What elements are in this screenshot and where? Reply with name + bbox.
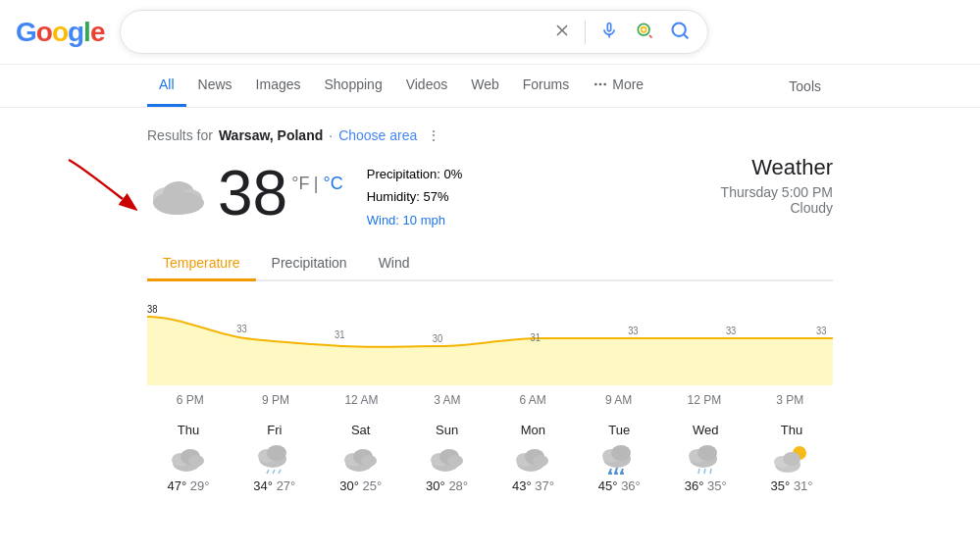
svg-point-27 (267, 445, 286, 461)
time-label-5: 9 AM (576, 393, 661, 407)
time-label-2: 12 AM (319, 393, 404, 407)
wind-link[interactable]: Wind: 10 mph (367, 213, 445, 227)
time-label-7: 3 PM (748, 393, 833, 407)
svg-text:31: 31 (530, 331, 541, 343)
time-label-1: 9 PM (232, 393, 318, 407)
time-label-3: 3 AM (404, 393, 490, 407)
time-label-6: 12 PM (661, 393, 747, 407)
tab-news[interactable]: News (186, 65, 244, 107)
forecast-day-3[interactable]: Sun 30° 28° (406, 423, 489, 493)
temperature-chart: 38 33 31 30 31 33 33 33 (147, 297, 833, 385)
svg-point-24 (188, 455, 204, 467)
nav-tabs: All News Images Shopping Videos Web Foru… (0, 65, 980, 108)
google-search-button[interactable] (668, 19, 692, 45)
svg-point-2 (673, 24, 686, 36)
svg-line-55 (698, 469, 699, 474)
search-bar: weather warsaw (120, 10, 708, 54)
temperature-display: 38 °F | °C (218, 162, 343, 225)
svg-point-1 (642, 27, 646, 32)
forecast-icon-6 (686, 441, 725, 475)
svg-line-57 (710, 469, 711, 474)
tab-all[interactable]: All (147, 65, 186, 107)
weather-date: Thursday 5:00 PM (721, 184, 833, 200)
svg-point-6 (604, 83, 607, 86)
svg-line-29 (273, 470, 275, 474)
svg-text:33: 33 (236, 323, 247, 334)
svg-text:30: 30 (433, 332, 443, 344)
svg-text:33: 33 (816, 325, 827, 336)
svg-text:33: 33 (726, 325, 737, 336)
forecast-day-2[interactable]: Sat 30° 25° (320, 423, 402, 493)
weather-condition: Cloudy (721, 200, 833, 216)
precipitation-label: Precipitation: 0% (367, 163, 463, 185)
tab-images[interactable]: Images (244, 65, 313, 107)
svg-point-42 (533, 455, 548, 467)
svg-point-12 (153, 191, 204, 215)
time-label-4: 6 AM (490, 393, 576, 407)
weather-card: 38 °F | °C Precipitation: 0% Humidity: 5… (147, 155, 833, 493)
weather-icon (147, 166, 210, 221)
clear-search-button[interactable] (551, 20, 573, 44)
weather-tab-wind[interactable]: Wind (363, 247, 426, 281)
time-labels: 6 PM 9 PM 12 AM 3 AM 6 AM 9 AM 12 PM 3 P… (147, 393, 833, 407)
svg-text:38: 38 (147, 303, 158, 315)
forecast-icon-7 (772, 441, 811, 475)
forecast-day-7[interactable]: Thu 35° 31° (750, 423, 833, 493)
voice-search-button[interactable] (597, 19, 621, 45)
svg-line-28 (267, 470, 269, 474)
forecast-day-0[interactable]: Thu 47° 29° (147, 423, 230, 493)
tab-videos[interactable]: Videos (394, 65, 460, 107)
annotation-arrow (59, 155, 137, 218)
tab-forums[interactable]: Forums (511, 65, 581, 107)
forecast-day-6[interactable]: Wed 36° 35° (664, 423, 747, 493)
tab-web[interactable]: Web (459, 65, 511, 107)
wind-label: Wind: 10 mph (367, 209, 463, 231)
forecast-icon-0 (169, 441, 208, 475)
svg-point-0 (639, 24, 650, 35)
google-logo: Google (16, 17, 104, 48)
temperature-value: 38 (218, 162, 287, 225)
svg-line-56 (704, 469, 705, 474)
forecast-day-5[interactable]: Tue 45° 36° (578, 423, 660, 493)
svg-line-3 (685, 34, 689, 38)
svg-line-30 (279, 470, 281, 474)
search-input[interactable]: weather warsaw (136, 24, 551, 41)
choose-area-link[interactable]: Choose area (338, 127, 417, 143)
weather-title: Weather (721, 155, 833, 180)
forecast-icon-3 (428, 441, 467, 475)
tools-button[interactable]: Tools (777, 67, 833, 106)
forecast-icon-5 (599, 441, 639, 475)
forecast-icon-2 (341, 441, 381, 475)
weather-top: 38 °F | °C Precipitation: 0% Humidity: 5… (147, 155, 833, 231)
svg-text:31: 31 (335, 328, 345, 340)
forecast-row: Thu 47° 29° Fri (147, 423, 833, 493)
weather-tab-temperature[interactable]: Temperature (147, 247, 256, 281)
humidity-label: Humidity: 57% (367, 185, 463, 208)
weather-right: Weather Thursday 5:00 PM Cloudy (721, 155, 833, 216)
results-for-city: Warsaw, Poland (219, 127, 323, 143)
svg-point-38 (447, 455, 463, 467)
main-content: Results for Warsaw, Poland · Choose area… (0, 108, 980, 513)
results-for: Results for Warsaw, Poland · Choose area… (147, 127, 833, 143)
forecast-day-4[interactable]: Mon 43° 37° (492, 423, 575, 493)
forecast-day-1[interactable]: Fri 34° 27° (233, 423, 316, 493)
svg-point-4 (594, 83, 597, 86)
forecast-icon-4 (513, 441, 552, 475)
weather-tabs: Temperature Precipitation Wind (147, 247, 833, 281)
svg-point-61 (783, 452, 800, 466)
lens-search-button[interactable] (633, 19, 656, 45)
svg-point-34 (361, 455, 377, 467)
results-for-label: Results for (147, 127, 213, 143)
weather-details: Precipitation: 0% Humidity: 57% Wind: 10… (367, 163, 463, 231)
svg-point-5 (599, 83, 602, 86)
tab-more[interactable]: More (581, 65, 655, 107)
more-options-icon[interactable]: ⋮ (427, 127, 440, 143)
svg-text:33: 33 (628, 325, 639, 336)
svg-point-54 (697, 445, 717, 461)
weather-tab-precipitation[interactable]: Precipitation (256, 247, 363, 281)
svg-point-45 (611, 445, 631, 461)
search-bar-icons (551, 19, 692, 45)
forecast-icon-1 (255, 441, 294, 475)
time-label-0: 6 PM (147, 393, 232, 407)
tab-shopping[interactable]: Shopping (313, 65, 394, 107)
